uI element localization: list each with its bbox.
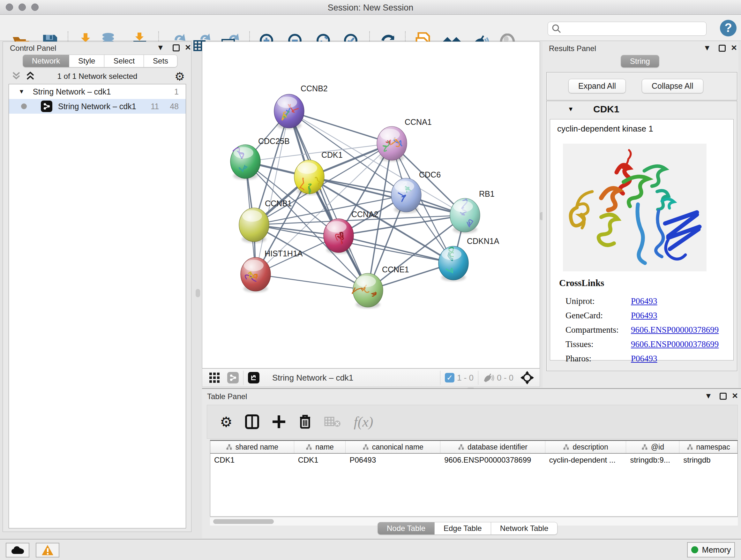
- table-header-row: shared namenamecanonical namedatabase id…: [210, 441, 738, 454]
- column-type-icon: [642, 444, 648, 450]
- float-panel-icon[interactable]: [719, 45, 726, 52]
- expand-all-button[interactable]: Expand All: [568, 79, 626, 93]
- network-options-gear-icon[interactable]: ⚙: [175, 70, 185, 83]
- tab-node-table[interactable]: Node Table: [378, 522, 434, 535]
- network-edge-count: 48: [170, 102, 179, 111]
- table-row[interactable]: CDK1CDK1P064939606.ENSP00000378699cyclin…: [210, 454, 738, 466]
- grid-view-icon[interactable]: [209, 372, 220, 383]
- network-graph[interactable]: CCNB2CCNA1CDC25BCDK1CDC6RB1CCNB1CCNA2CDK…: [202, 42, 540, 368]
- results-panel: Results Panel ▼ ✕ String Expand All Coll…: [542, 42, 738, 388]
- crosslink-label: Tissues:: [565, 339, 631, 349]
- node-label-CCNA2: CCNA2: [351, 210, 379, 219]
- crosslink-row: GeneCard: P06493: [565, 311, 719, 320]
- crosslink-label: Uniprot:: [565, 296, 631, 306]
- delete-table-icon[interactable]: [324, 416, 341, 428]
- network-selector-text: 1 of 1 Network selected: [3, 72, 192, 81]
- toolbar-separator: [440, 371, 441, 385]
- column-header-name[interactable]: name: [294, 441, 346, 453]
- column-type-icon: [687, 444, 693, 450]
- table-cell[interactable]: P06493: [346, 454, 441, 466]
- float-panel-icon[interactable]: [720, 393, 727, 400]
- close-panel-icon[interactable]: ✕: [185, 43, 191, 52]
- node-label-HIST1H1A: HIST1H1A: [265, 249, 303, 258]
- column-header-shared-name[interactable]: shared name: [210, 441, 294, 453]
- cloud-button[interactable]: [6, 543, 29, 557]
- column-header-namespac[interactable]: namespac: [679, 441, 738, 453]
- help-button[interactable]: ?: [719, 19, 737, 37]
- tab-network[interactable]: Network: [23, 55, 69, 67]
- crosslink-row: Tissues: 9606.ENSP00000378699: [565, 339, 719, 349]
- hidden-count: 0 - 0: [497, 373, 514, 383]
- table-settings-gear-icon[interactable]: ⚙: [220, 414, 232, 430]
- table-cell[interactable]: stringdb: [679, 454, 738, 466]
- panel-menu-icon[interactable]: ▼: [157, 43, 164, 52]
- node-label-CDK1: CDK1: [321, 150, 343, 159]
- network-view-toolbar: String Network – cdk1 ✓ 1 - 0 0 - 0: [202, 368, 540, 387]
- tab-network-table[interactable]: Network Table: [491, 522, 558, 535]
- crosslink-label: GeneCard:: [565, 311, 631, 320]
- title-bar: Session: New Session: [0, 0, 741, 15]
- birdseye-crosshair-icon[interactable]: [521, 371, 534, 384]
- node-table[interactable]: shared namenamecanonical namedatabase id…: [210, 440, 738, 516]
- delete-column-trash-icon[interactable]: [299, 415, 312, 429]
- toolbar-separator: [243, 371, 244, 385]
- memory-button[interactable]: Memory: [687, 542, 735, 557]
- node-label-CCNB2: CCNB2: [300, 84, 328, 93]
- float-panel-icon[interactable]: [173, 44, 180, 51]
- close-panel-icon[interactable]: ✕: [732, 391, 738, 400]
- panel-menu-icon[interactable]: ▼: [703, 44, 711, 52]
- table-cell[interactable]: CDK1: [294, 454, 346, 466]
- tab-edge-table[interactable]: Edge Table: [434, 522, 491, 535]
- entry-disclosure-icon[interactable]: ▼: [568, 106, 574, 113]
- collection-label: String Network – cdk1: [33, 87, 111, 97]
- column-header-canonical-name[interactable]: canonical name: [346, 441, 441, 453]
- column-header-description[interactable]: description: [545, 441, 626, 453]
- network-share-icon: [41, 101, 52, 112]
- table-cell[interactable]: cyclin-dependent ...: [545, 454, 626, 466]
- table-cell[interactable]: 9606.ENSP00000378699: [441, 454, 545, 466]
- tab-string[interactable]: String: [621, 55, 659, 68]
- crosslink-link[interactable]: P06493: [631, 354, 657, 364]
- table-toolbar: ⚙ f(x): [207, 405, 738, 439]
- column-header-database-identifier[interactable]: database identifier: [441, 441, 545, 453]
- crosslink-link[interactable]: 9606.ENSP00000378699: [631, 325, 719, 335]
- collapse-all-button[interactable]: Collapse All: [642, 79, 703, 93]
- selected-nodes-checkbox[interactable]: ✓: [445, 373, 455, 382]
- crosslink-link[interactable]: P06493: [631, 311, 657, 320]
- table-cell[interactable]: stringdb:9...: [626, 454, 679, 466]
- protein-structure-image: [563, 144, 706, 271]
- tab-sets[interactable]: Sets: [144, 55, 178, 67]
- detach-view-icon[interactable]: [248, 372, 259, 383]
- tab-select[interactable]: Select: [105, 55, 144, 67]
- table-cell[interactable]: CDK1: [210, 454, 294, 466]
- network-collection-row[interactable]: ▼ String Network – cdk1 1: [9, 84, 186, 99]
- disclosure-triangle-icon[interactable]: ▼: [18, 88, 24, 95]
- show-columns-icon[interactable]: [245, 415, 259, 429]
- node-label-CDC6: CDC6: [419, 170, 441, 179]
- add-column-icon[interactable]: [272, 415, 286, 429]
- function-builder-icon[interactable]: f(x): [354, 414, 373, 430]
- graph-node-CCNB2: [274, 94, 304, 128]
- left-splitter-handle[interactable]: [196, 289, 200, 297]
- collection-count: 1: [174, 87, 179, 97]
- column-type-icon: [362, 444, 369, 450]
- selected-count: 1 - 0: [457, 373, 474, 383]
- hidden-eye-icon[interactable]: [483, 373, 494, 383]
- crosslink-link[interactable]: 9606.ENSP00000378699: [631, 339, 719, 349]
- column-header--id[interactable]: @id: [626, 441, 679, 453]
- crosslink-link[interactable]: P06493: [631, 296, 657, 306]
- tab-style[interactable]: Style: [69, 55, 105, 67]
- crosslink-row: Compartments: 9606.ENSP00000378699: [565, 325, 719, 335]
- warning-icon: [41, 544, 54, 556]
- search-input[interactable]: [564, 24, 706, 34]
- column-type-icon: [563, 444, 569, 450]
- graph-node-CCNA2: [324, 219, 354, 253]
- panel-menu-icon[interactable]: ▼: [704, 391, 712, 400]
- close-panel-icon[interactable]: ✕: [731, 44, 737, 52]
- warning-button[interactable]: [36, 543, 59, 557]
- network-canvas[interactable]: CCNB2CCNA1CDC25BCDK1CDC6RB1CCNB1CCNA2CDK…: [202, 42, 540, 368]
- results-panel-tabs: String: [621, 55, 659, 68]
- network-row-selected[interactable]: String Network – cdk1 11 48: [9, 99, 186, 114]
- node-label-CCNE1: CCNE1: [382, 265, 409, 274]
- scrollbar-thumb[interactable]: [213, 519, 274, 524]
